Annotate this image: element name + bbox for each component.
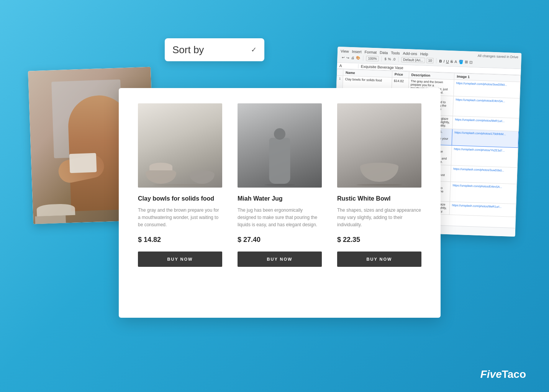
buy-button-1[interactable]: BUY NOW: [238, 252, 322, 267]
toolbar-sep-1: [363, 56, 363, 61]
formula-content: Exquisite Beverage Vase: [361, 64, 403, 70]
product-desc-2: The shapes, sizes and glaze appearance m…: [337, 207, 421, 230]
font-select[interactable]: Default (Ari...: [401, 57, 425, 63]
product-image-1: [238, 103, 322, 188]
product-price-2: $ 22.35: [337, 236, 421, 244]
menu-help[interactable]: Help: [420, 52, 428, 56]
fivetaco-logo-text: FiveTaco: [480, 368, 526, 380]
bowl-lid-icon: [149, 163, 172, 170]
product-grid: Clay bowls for solids food The gray and …: [138, 103, 421, 267]
border-button[interactable]: ⊞: [465, 60, 468, 64]
percent-icon[interactable]: %: [388, 57, 391, 61]
menu-data[interactable]: Data: [380, 51, 388, 55]
sortby-card: Sort by ✓: [165, 38, 264, 61]
bowl-shadow: [153, 184, 207, 186]
product-image-2: [337, 103, 421, 188]
toolbar-sep-4: [436, 58, 436, 64]
scene: View Insert Format Data Tools Add-ons He…: [31, 38, 518, 361]
jug-shape-icon: [269, 138, 290, 184]
zoom-level[interactable]: 100%: [366, 56, 379, 61]
fivetaco-logo: FiveTaco: [480, 368, 526, 381]
product-desc-1: The jug has been ergonomically designed …: [238, 207, 322, 230]
held-object: [69, 153, 97, 173]
jug-shadow: [264, 184, 295, 186]
fill-button[interactable]: 🪣: [459, 59, 463, 64]
col-header-price: Price: [392, 71, 409, 78]
paint-icon[interactable]: 🎨: [356, 56, 360, 60]
product-card-inner: Clay bowls for solids food The gray and …: [119, 88, 441, 290]
italic-button[interactable]: I: [444, 59, 445, 63]
font-size-select[interactable]: 10: [426, 58, 433, 64]
product-desc-0: The gray and the brown prepare you for a…: [138, 207, 222, 230]
jug-neck-icon: [274, 128, 285, 140]
product-name-1: Miah Water Jug: [238, 195, 322, 202]
table-top: [35, 216, 66, 224]
logo-five: Five: [480, 368, 502, 380]
rustic-bowl-shadow: [356, 184, 402, 186]
menu-addons[interactable]: Add-ons: [403, 51, 417, 56]
rustic-bowl-icon: [360, 163, 398, 182]
menu-tools[interactable]: Tools: [391, 51, 400, 56]
print-icon[interactable]: 🖨: [351, 56, 354, 60]
underline-button[interactable]: U: [446, 59, 449, 63]
toolbar-sep-3: [398, 57, 398, 62]
bowl-shape-icon: [146, 168, 176, 184]
buy-button-0[interactable]: BUY NOW: [138, 252, 222, 267]
table-bg: [36, 204, 75, 216]
buy-button-2[interactable]: BUY NOW: [337, 252, 421, 267]
strikethrough-button[interactable]: S: [451, 59, 453, 64]
row-url-6: https://unsplash.com/photos/E4tmSA...: [450, 182, 517, 204]
menu-view[interactable]: View: [341, 49, 349, 54]
saved-text: All changes saved in Drive: [478, 54, 518, 60]
sortby-checkmark-icon: ✓: [251, 46, 257, 54]
undo-icon[interactable]: ↩: [342, 56, 345, 59]
bold-button[interactable]: B: [439, 59, 442, 63]
product-name-2: Rustic White Bowl: [337, 195, 421, 202]
product-price-1: $ 27.40: [238, 236, 322, 244]
row-url-7: https://unsplash.com/photos/9leR1url...: [449, 202, 516, 217]
cell-reference[interactable]: A: [339, 64, 359, 69]
product-item-0: Clay bowls for solids food The gray and …: [138, 103, 222, 267]
bowl-shape-2-icon: [190, 170, 215, 184]
menu-format[interactable]: Format: [364, 50, 377, 54]
row-url-0: https://unsplash.com/photos/3uwD0k0...: [454, 80, 520, 98]
col-header-num: [337, 69, 343, 76]
color-button[interactable]: A: [454, 59, 457, 64]
product-image-0: [138, 103, 222, 188]
product-name-0: Clay bowls for solids food: [138, 195, 222, 202]
decimal-icon[interactable]: .0: [392, 57, 395, 61]
product-card: Clay bowls for solids food The gray and …: [119, 88, 441, 318]
product-price-0: $ 14.82: [138, 236, 222, 244]
product-item-2: Rustic White Bowl The shapes, sizes and …: [337, 103, 421, 267]
row-url-4: https://unsplash.com/photos/YkZE3d7...: [451, 145, 518, 168]
row-url-3: https://unsplash.com/photos/LT9dHhM...: [452, 129, 519, 148]
menu-insert[interactable]: Insert: [352, 49, 361, 54]
product-item-1: Miah Water Jug The jug has been ergonomi…: [238, 103, 322, 267]
currency-icon[interactable]: $: [384, 57, 386, 61]
toolbar-sep-2: [381, 56, 382, 62]
logo-taco: Taco: [502, 368, 526, 380]
redo-icon[interactable]: ↪: [346, 56, 349, 60]
merge-button[interactable]: ⊡: [469, 60, 472, 64]
row-url-5: https://unsplash.com/photos/3uwD0k0...: [451, 165, 517, 184]
row-url-1: https://unsplash.com/photos/E4tmSA...: [453, 96, 520, 118]
sortby-label: Sort by: [172, 44, 251, 56]
